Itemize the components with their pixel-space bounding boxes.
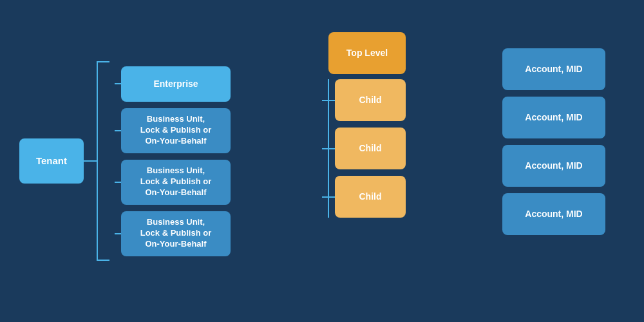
business-unit-node-3: Business Unit, Lock & Publish or On-Your… xyxy=(121,211,231,256)
toplevel-section: Top Level Child Child xyxy=(322,32,406,218)
child-row-3: Child xyxy=(322,176,406,218)
enterprise-group: Enterprise Business Unit, Lock & Publish… xyxy=(115,66,231,256)
account-node-4: Account, MID xyxy=(502,193,605,235)
business-unit-node-2: Business Unit, Lock & Publish or On-Your… xyxy=(121,160,231,205)
bu3-hline xyxy=(115,233,121,234)
business-unit-row-3: Business Unit, Lock & Publish or On-Your… xyxy=(115,211,231,256)
business-unit-node-1: Business Unit, Lock & Publish or On-Your… xyxy=(121,108,231,153)
bu1-label: Business Unit, Lock & Publish or On-Your… xyxy=(140,114,212,147)
tenant-hline xyxy=(84,160,97,162)
child-row-1: Child xyxy=(322,79,406,121)
business-unit-row-1: Business Unit, Lock & Publish or On-Your… xyxy=(115,108,231,153)
toplevel-node: Top Level xyxy=(328,32,406,74)
bracket xyxy=(97,61,109,261)
child-node-1: Child xyxy=(335,79,406,121)
account-node-2: Account, MID xyxy=(502,97,605,138)
account3-label: Account, MID xyxy=(525,160,582,171)
account1-label: Account, MID xyxy=(525,63,582,75)
bu3-label: Business Unit, Lock & Publish or On-Your… xyxy=(140,217,212,250)
diagram: Tenant Enterprise Business Unit, Lock & … xyxy=(0,0,644,322)
enterprise-row: Enterprise xyxy=(115,66,231,102)
toplevel-label: Top Level xyxy=(346,47,388,59)
account4-label: Account, MID xyxy=(525,208,582,220)
enterprise-node: Enterprise xyxy=(121,66,231,102)
enterprise-label: Enterprise xyxy=(153,78,198,90)
enterprise-hline xyxy=(115,83,121,84)
child-node-3: Child xyxy=(335,176,406,218)
tree-trunk xyxy=(328,79,329,218)
tenant-node: Tenant xyxy=(19,138,84,184)
tenant-label: Tenant xyxy=(36,155,67,167)
account-node-1: Account, MID xyxy=(502,48,605,90)
child1-label: Child xyxy=(359,94,382,106)
tenant-section: Tenant Enterprise Business Unit, Lock & … xyxy=(19,61,231,261)
bu2-hline xyxy=(115,182,121,183)
child-row-2: Child xyxy=(322,128,406,169)
child2-label: Child xyxy=(359,142,382,154)
business-unit-row-2: Business Unit, Lock & Publish or On-Your… xyxy=(115,160,231,205)
children-tree: Child Child Child xyxy=(322,79,406,218)
account-node-3: Account, MID xyxy=(502,145,605,187)
child-node-2: Child xyxy=(335,128,406,169)
bu2-label: Business Unit, Lock & Publish or On-Your… xyxy=(140,166,212,198)
bu1-hline xyxy=(115,130,121,131)
toplevel-wrapper: Top Level xyxy=(328,32,406,74)
children-rows: Child Child Child xyxy=(322,79,406,218)
accounts-section: Account, MID Account, MID Account, MID A… xyxy=(502,48,605,235)
account2-label: Account, MID xyxy=(525,111,582,123)
child3-label: Child xyxy=(359,191,382,202)
